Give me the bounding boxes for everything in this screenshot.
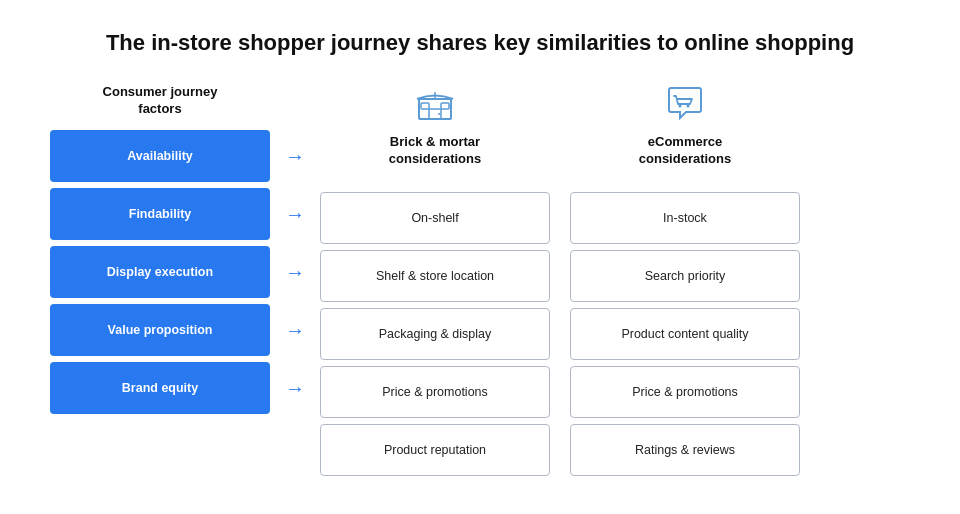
col-factors: Consumer journeyfactors Availability Fin… xyxy=(50,84,270,414)
ecom-header-text: eCommerceconsiderations xyxy=(639,134,731,168)
ecom-cells: In-stock Search priority Product content… xyxy=(570,192,800,476)
col-factors-header: Consumer journeyfactors xyxy=(103,84,218,118)
svg-point-5 xyxy=(438,113,440,115)
arrow-3: → xyxy=(285,246,305,298)
brick-cells: On-shelf Shelf & store location Packagin… xyxy=(320,192,550,476)
arrow-5: → xyxy=(285,362,305,414)
arrow-2: → xyxy=(285,188,305,240)
brick-cell-1: On-shelf xyxy=(320,192,550,244)
ecom-cell-2: Search priority xyxy=(570,250,800,302)
col-brick: Brick & mortarconsiderations On-shelf Sh… xyxy=(320,84,550,476)
factor-brand: Brand equity xyxy=(50,362,270,414)
svg-rect-3 xyxy=(441,103,449,109)
ecom-cell-3: Product content quality xyxy=(570,308,800,360)
ecom-cell-1: In-stock xyxy=(570,192,800,244)
col-arrows: → → → → → xyxy=(270,84,320,414)
factor-availability: Availability xyxy=(50,130,270,182)
svg-point-7 xyxy=(687,105,690,108)
svg-point-6 xyxy=(679,105,682,108)
ecom-cell-4: Price & promotions xyxy=(570,366,800,418)
brick-header-area: Brick & mortarconsiderations xyxy=(389,84,481,180)
col-ecom: eCommerceconsiderations In-stock Search … xyxy=(570,84,800,476)
brick-header-text: Brick & mortarconsiderations xyxy=(389,134,481,168)
store-icon xyxy=(414,84,456,130)
factor-findability: Findability xyxy=(50,188,270,240)
svg-rect-2 xyxy=(421,103,429,109)
arrow-4: → xyxy=(285,304,305,356)
slide: The in-store shopper journey shares key … xyxy=(0,0,960,514)
factor-value: Value proposition xyxy=(50,304,270,356)
factor-display: Display execution xyxy=(50,246,270,298)
ecom-icon xyxy=(664,84,706,130)
brick-cell-2: Shelf & store location xyxy=(320,250,550,302)
table-area: Consumer journeyfactors Availability Fin… xyxy=(50,84,910,476)
brick-cell-4: Price & promotions xyxy=(320,366,550,418)
arrow-1: → xyxy=(285,130,305,182)
slide-title: The in-store shopper journey shares key … xyxy=(106,30,854,56)
brick-cell-3: Packaging & display xyxy=(320,308,550,360)
ecom-header-area: eCommerceconsiderations xyxy=(639,84,731,180)
brick-cell-5: Product reputation xyxy=(320,424,550,476)
factor-rows: Availability Findability Display executi… xyxy=(50,130,270,414)
ecom-cell-5: Ratings & reviews xyxy=(570,424,800,476)
